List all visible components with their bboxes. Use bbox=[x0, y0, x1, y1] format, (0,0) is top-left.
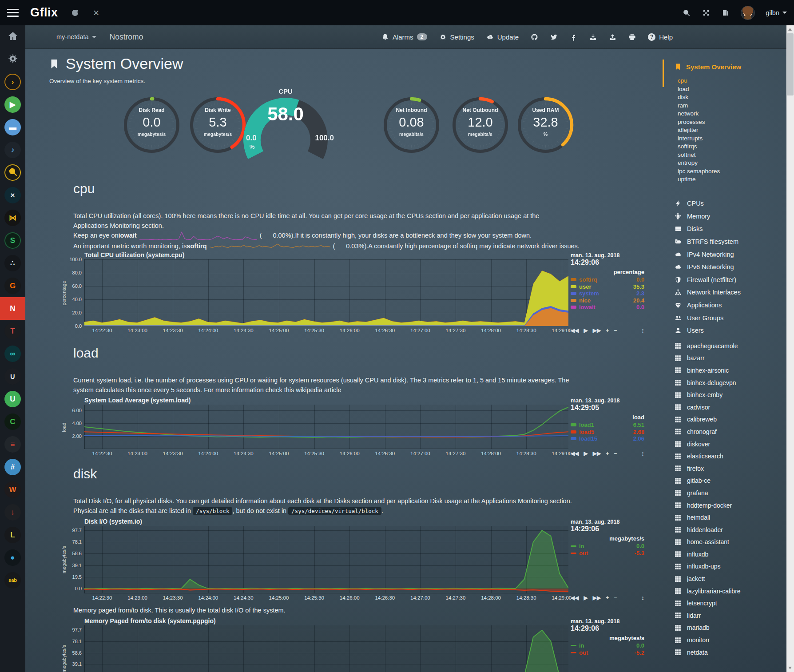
disk-read-gauge[interactable]: Disk Read0.0megabytes/s bbox=[121, 87, 182, 155]
sidebar-item-emby[interactable]: ▶ bbox=[0, 93, 25, 116]
zoom-out-button[interactable]: − bbox=[614, 595, 617, 601]
zoom-in-button[interactable]: + bbox=[606, 327, 609, 334]
menu-app-item[interactable]: netdata bbox=[674, 646, 741, 659]
print-button[interactable] bbox=[628, 33, 636, 41]
sidebar-item-app-nodes[interactable]: ∴ bbox=[0, 252, 25, 274]
fullscreen-icon[interactable] bbox=[702, 8, 711, 17]
menu-app-item[interactable]: hddtemp-docker bbox=[674, 499, 741, 512]
legend-series-row[interactable]: system2.3 bbox=[571, 290, 644, 297]
menu-app-item[interactable]: influxdb bbox=[674, 548, 741, 561]
settings-button[interactable]: Settings bbox=[439, 33, 474, 41]
legend-series-row[interactable]: iowait0.0 bbox=[571, 304, 644, 311]
menu-sub-item[interactable]: uptime bbox=[678, 176, 720, 184]
menu-app-item[interactable]: apacheguacamole bbox=[674, 340, 741, 352]
scroll-up-arrow[interactable] bbox=[788, 28, 792, 31]
menu-section-item[interactable]: Applications bbox=[674, 299, 741, 312]
zoom-out-button[interactable]: − bbox=[614, 450, 617, 457]
menu-sub-item[interactable]: interrupts bbox=[678, 135, 720, 143]
pan-backward-button[interactable]: ◀◀ bbox=[571, 450, 579, 457]
menu-app-item[interactable]: binhex-airsonic bbox=[674, 364, 741, 377]
sidebar-item-app-laptop[interactable]: ▬ bbox=[0, 116, 25, 139]
memory-chart-canvas[interactable] bbox=[84, 625, 568, 672]
menu-app-item[interactable]: jackett bbox=[674, 573, 741, 585]
menu-sub-item[interactable]: idlejitter bbox=[678, 127, 720, 135]
sidebar-item-grafana[interactable]: G bbox=[0, 274, 25, 297]
menu-app-item[interactable]: calibreweb bbox=[674, 414, 741, 426]
menu-app-item[interactable]: lidarr bbox=[674, 609, 741, 622]
help-button[interactable]: ? Help bbox=[648, 33, 673, 41]
sidebar-item-netdata-active[interactable]: N bbox=[0, 297, 25, 320]
sidebar-item-jackett[interactable] bbox=[0, 161, 25, 184]
menu-section-item[interactable]: Disks bbox=[674, 223, 741, 235]
zoom-in-button[interactable]: + bbox=[606, 450, 609, 457]
menu-section-item[interactable]: CPUs bbox=[674, 197, 741, 210]
update-button[interactable]: Update bbox=[486, 33, 519, 41]
scrollbar-thumb[interactable] bbox=[787, 33, 794, 95]
legend-series-row[interactable]: load152.06 bbox=[571, 435, 644, 442]
zoom-in-button[interactable]: + bbox=[606, 595, 609, 601]
menu-section-item[interactable]: Firewall (netfilter) bbox=[674, 274, 741, 286]
alarms-button[interactable]: Alarms 2 bbox=[381, 33, 427, 41]
sidebar-item-app-swirl[interactable]: S bbox=[0, 229, 25, 252]
legend-series-row[interactable]: load52.68 bbox=[571, 429, 644, 436]
sidebar-item-app-shield[interactable]: ↓ bbox=[0, 501, 25, 524]
menu-section-item[interactable]: User Groups bbox=[674, 311, 741, 324]
net-outbound-gauge[interactable]: Net Outbound12.0megabits/s bbox=[450, 87, 511, 155]
sidebar-item-sabnzbd[interactable]: sab bbox=[0, 569, 25, 592]
github-button[interactable] bbox=[531, 33, 538, 41]
legend-series-row[interactable]: load16.51 bbox=[571, 421, 644, 429]
legend-series-row[interactable]: softirq0.0 bbox=[571, 276, 644, 283]
sidebar-item-app-crescent[interactable]: C bbox=[0, 410, 25, 433]
hamburger-menu-icon[interactable] bbox=[7, 9, 19, 17]
menu-app-item[interactable]: influxdb-ups bbox=[674, 561, 741, 573]
legend-series-row[interactable]: out-5.2 bbox=[571, 649, 644, 656]
menu-app-item[interactable]: letsencrypt bbox=[674, 597, 741, 609]
sidebar-item-app-x[interactable]: × bbox=[0, 184, 25, 207]
menu-section-item[interactable]: IPv6 Networking bbox=[674, 261, 741, 274]
page-scrollbar[interactable] bbox=[786, 25, 794, 672]
menu-app-item[interactable]: diskover bbox=[674, 438, 741, 450]
server-dropdown[interactable]: my-netdata bbox=[56, 33, 96, 40]
menu-header-system-overview[interactable]: System Overview bbox=[674, 63, 741, 71]
menu-sub-item[interactable]: processes bbox=[678, 119, 720, 127]
sidebar-item-app-bars[interactable]: ≡ bbox=[0, 433, 25, 456]
pan-backward-button[interactable]: ◀◀ bbox=[571, 327, 579, 334]
menu-section-item[interactable]: Users bbox=[674, 324, 741, 337]
sidebar-item-gitlab[interactable]: W bbox=[0, 478, 25, 501]
sidebar-item-app-tile[interactable]: # bbox=[0, 456, 25, 478]
menu-app-item[interactable]: lazylibrarian-calibre bbox=[674, 585, 741, 597]
net-inbound-gauge[interactable]: Net Inbound0.08megabits/s bbox=[381, 87, 442, 155]
play-button[interactable]: ▶ bbox=[584, 450, 588, 457]
play-button[interactable]: ▶ bbox=[584, 327, 588, 334]
menu-app-item[interactable]: home-assistant bbox=[674, 536, 741, 549]
sidebar-item-home[interactable] bbox=[0, 25, 25, 48]
scroll-down-arrow[interactable] bbox=[788, 667, 792, 669]
resize-handle[interactable]: ↕ bbox=[641, 327, 644, 334]
menu-sub-item[interactable]: entropy bbox=[678, 159, 720, 168]
pan-forward-button[interactable]: ▶▶ bbox=[593, 327, 601, 334]
menu-section-item[interactable]: Memory bbox=[674, 210, 741, 223]
menu-app-item[interactable]: chronograf bbox=[674, 425, 741, 438]
cpu-chart-canvas[interactable] bbox=[84, 259, 568, 326]
menu-app-item[interactable]: monitorr bbox=[674, 634, 741, 646]
menu-sub-item[interactable]: disk bbox=[678, 94, 720, 102]
legend-series-row[interactable]: in0.0 bbox=[571, 543, 644, 550]
menu-app-item[interactable]: grafana bbox=[674, 487, 741, 499]
pan-forward-button[interactable]: ▶▶ bbox=[593, 450, 601, 457]
legend-series-row[interactable]: in0.0 bbox=[571, 642, 644, 649]
sidebar-item-app-drop[interactable]: ● bbox=[0, 546, 25, 569]
close-tab-icon[interactable]: × bbox=[92, 8, 101, 17]
menu-sub-item[interactable]: ipc semaphores bbox=[678, 168, 720, 176]
menu-app-item[interactable]: heimdall bbox=[674, 511, 741, 524]
menu-app-item[interactable]: binhex-delugevpn bbox=[674, 377, 741, 389]
sidebar-item-airsonic[interactable]: ♪ bbox=[0, 139, 25, 161]
menu-sub-item[interactable]: softirqs bbox=[678, 143, 720, 151]
sidebar-item-tautulli[interactable]: T bbox=[0, 320, 25, 342]
menu-app-item[interactable]: bazarr bbox=[674, 352, 741, 365]
load-chart-canvas[interactable] bbox=[84, 405, 568, 449]
pan-backward-button[interactable]: ◀◀ bbox=[571, 595, 579, 601]
legend-series-row[interactable]: out-5.3 bbox=[571, 550, 644, 557]
menu-section-item[interactable]: IPv4 Networking bbox=[674, 248, 741, 261]
sidebar-item-app-u[interactable]: U bbox=[0, 388, 25, 410]
menu-app-item[interactable]: hiddenloader bbox=[674, 524, 741, 536]
